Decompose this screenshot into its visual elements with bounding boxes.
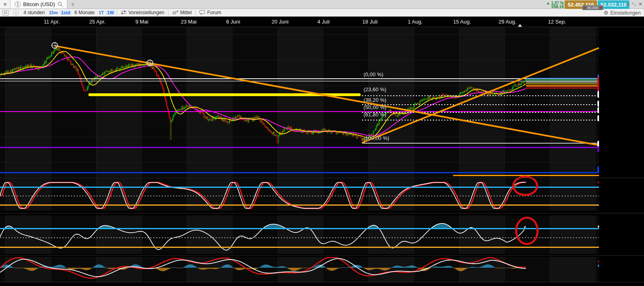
price-candles-canvas	[0, 27, 599, 177]
search-icon[interactable]	[58, 2, 63, 7]
range-1w-button[interactable]: 1W	[105, 10, 116, 15]
timeframe-1std-button[interactable]: 1std	[60, 10, 72, 15]
price-tail-line	[526, 80, 599, 80]
fib-dotted-line	[362, 112, 599, 113]
date-axis-label: 1 Aug.	[408, 19, 423, 25]
settings-button[interactable]: ⚙ Einstellungen	[603, 10, 641, 16]
indicator-icon	[172, 10, 178, 15]
trading-app-window: ≡ 1 Bitcoin (USD) + ▲ 1,07 % 558,16 52.4…	[0, 0, 644, 286]
fib-dotted-line	[362, 104, 599, 105]
stochastic-canvas	[0, 178, 599, 211]
sliders-icon	[121, 10, 126, 15]
level-line	[0, 187, 599, 188]
price-tail-line	[526, 83, 599, 84]
level-line	[0, 78, 599, 79]
collapse-icon[interactable]: ⤡	[632, 2, 635, 7]
panel-separator	[0, 178, 644, 178]
price-tail-line	[526, 88, 599, 88]
price-tail-line	[526, 81, 599, 82]
tab-title: Bitcoin (USD)	[23, 1, 55, 7]
price-tail-line	[526, 85, 599, 86]
menu-icon[interactable]: ≡	[0, 0, 11, 9]
tab-bitcoin-usd[interactable]: 1 Bitcoin (USD)	[11, 0, 67, 9]
date-axis-label: 4 Juli	[317, 19, 329, 25]
range-1t-button[interactable]: 1T	[97, 10, 105, 15]
timeframe-display[interactable]: 4 stunden	[21, 9, 47, 16]
swing-marker-icon[interactable]	[147, 60, 153, 66]
list-icon	[2, 10, 9, 15]
spread-badge: ▼ 80,000 ▼	[582, 5, 603, 10]
level-line	[0, 204, 599, 206]
window-controls: ≡ ⤡ ✕	[626, 1, 642, 7]
price-gridline	[0, 162, 599, 163]
panel-separator	[0, 255, 644, 256]
level-line	[0, 228, 599, 229]
price-tail-line	[526, 82, 599, 83]
forum-button[interactable]: Forum	[197, 9, 224, 16]
date-axis-label: 29 Aug.	[499, 19, 516, 25]
timeframe-15m-button[interactable]: 15m	[47, 10, 60, 15]
price-tail-line	[526, 78, 599, 79]
macd-canvas	[0, 257, 599, 282]
down-triangle-icon: ▼	[584, 6, 586, 9]
price-gridline	[0, 137, 599, 137]
fib-label: (61,80 %)	[364, 112, 386, 118]
chat-bubble-icon	[199, 10, 205, 15]
layout-grid-button[interactable]	[11, 9, 21, 16]
price-gridline	[0, 34, 599, 35]
panel-separator	[0, 282, 644, 282]
range-display[interactable]: 6 Monate	[72, 9, 97, 16]
tab-index-badge: 1	[15, 1, 21, 7]
means-button[interactable]: Mittel	[170, 9, 195, 16]
price-tail-line	[526, 86, 599, 87]
panel-separator	[0, 27, 644, 27]
grid-icon	[13, 10, 19, 15]
fib-label: (23,60 %)	[364, 86, 386, 92]
level-line	[0, 247, 599, 248]
fib-dotted-line	[362, 120, 599, 120]
price-gridline	[0, 86, 599, 86]
fib-label: (100,00 %)	[364, 135, 389, 141]
rsi-canvas	[0, 215, 599, 254]
up-triangle-icon: ▲	[546, 1, 550, 5]
close-icon[interactable]: ✕	[638, 1, 642, 7]
presets-button[interactable]: Voreinstellungen	[118, 9, 167, 16]
date-axis-label: 6 Juni	[226, 19, 240, 25]
news-list-button[interactable]	[0, 9, 11, 16]
fib-dotted-line	[0, 196, 599, 196]
level-line	[0, 147, 599, 148]
date-axis-label: 9 Mai	[135, 19, 148, 25]
window-menu-icon[interactable]: ≡	[626, 1, 629, 7]
quote-change: ▲ 1,07 % 558,16	[540, 1, 564, 9]
date-axis-label: 11 Apr.	[44, 19, 60, 25]
fib-dotted-line	[0, 237, 599, 238]
gear-icon: ⚙	[603, 10, 608, 16]
date-axis-label: 12 Sep.	[548, 19, 566, 25]
level-line	[0, 172, 599, 173]
date-axis-label: 15 Aug.	[453, 19, 471, 25]
date-axis-label: 18 Juli	[362, 19, 378, 25]
level-line	[362, 143, 599, 144]
fib-label: (50,00 %)	[364, 104, 386, 110]
down-triangle-icon: ▼	[599, 6, 602, 9]
price-axis[interactable]	[599, 17, 644, 286]
date-axis-label: 20 Juni	[272, 19, 289, 25]
annotation-circle[interactable]	[515, 217, 539, 245]
new-tab-button[interactable]: +	[67, 0, 79, 9]
fib-label: (38,20 %)	[364, 97, 386, 103]
annotation-circle[interactable]	[512, 176, 538, 196]
price-gridline	[0, 60, 599, 60]
swing-marker-icon[interactable]	[51, 42, 58, 49]
date-axis-label: 25 Apr.	[89, 19, 105, 25]
level-line	[0, 81, 599, 82]
chart-toolbar: 4 stunden 15m 1std 6 Monate 1T 1W Vorein…	[0, 9, 644, 17]
fib-label: (0,00 %)	[364, 71, 383, 77]
date-axis-label: 23 Mai	[181, 19, 197, 25]
panel-separator	[0, 213, 644, 213]
